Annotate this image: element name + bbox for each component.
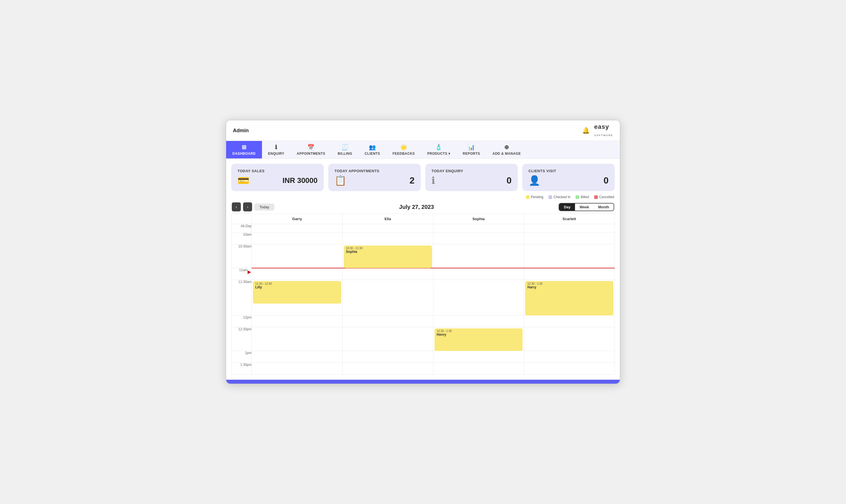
staff-garry-header: Garry [252, 214, 342, 224]
nav-products[interactable]: 🧴 PRODUCTS ▾ [421, 141, 457, 158]
slot-1pm-garry [252, 351, 342, 363]
allday-scarlett [524, 224, 615, 233]
appointment-sophia-name: Sophia [346, 250, 430, 254]
nav-enquiry[interactable]: ℹ ENQUIRY [262, 141, 291, 158]
time-12pm: 12pm [231, 316, 252, 327]
appointment-sophia-ella[interactable]: 10:30 - 11:30 Sophia [344, 246, 432, 268]
appointment-henry-name: Henry [437, 332, 521, 337]
today-sales-content: 💳 INR 30000 [237, 175, 318, 186]
week-view-button[interactable]: Week [575, 203, 594, 211]
row-1230pm: 12:30pm 12:30 - 1:30 Henry [231, 327, 615, 351]
calendar-controls: ‹ › Today July 27, 2023 Day Week Month [226, 200, 620, 214]
appointment-henry-time: 12:30 - 1:30 [437, 329, 521, 332]
row-1130am: 11:30am 11:30 - 12:30 Lilly 12:30 - 1:30… [231, 280, 615, 316]
cancelled-dot [594, 195, 598, 199]
view-buttons: Day Week Month [559, 203, 614, 211]
clients-visit-content: 👤 0 [528, 175, 609, 186]
wallet-icon: 💳 [237, 175, 249, 186]
appointments-icon: 📅 [307, 144, 315, 150]
slot-1030am-garry [252, 245, 342, 268]
slot-1230pm-garry [252, 327, 342, 351]
row-12pm: 12pm [231, 316, 615, 327]
slot-10am-scarlett [524, 233, 615, 245]
slot-12pm-scarlett [524, 316, 615, 327]
row-1030am: 10:30am 10:30 - 11:30 Sophia [231, 245, 615, 268]
appointment-henry-sophia[interactable]: 12:30 - 1:30 Henry [435, 328, 523, 351]
time-1130am: 11:30am [231, 280, 252, 316]
slot-11am-garry [252, 268, 342, 280]
app-title: Admin [233, 128, 249, 133]
slot-1030am-ella[interactable]: 10:30 - 11:30 Sophia [342, 245, 433, 268]
app-window: Admin 🔔 easySOFTWARE ⊞ DASHBOARD ℹ ENQUI… [226, 120, 620, 384]
notification-bell-icon[interactable]: 🔔 [582, 127, 590, 134]
prev-button[interactable]: ‹ [232, 202, 241, 211]
nav-reports[interactable]: 📊 REPORTS [457, 141, 487, 158]
slot-1230pm-ella [342, 327, 433, 351]
nav-dashboard[interactable]: ⊞ DASHBOARD [226, 141, 262, 158]
nav-appointments[interactable]: 📅 APPOINTMENTS [290, 141, 331, 158]
enquiry-icon: ℹ [275, 144, 278, 150]
slot-11am-ella [342, 268, 433, 280]
slot-1230pm-sophia[interactable]: 12:30 - 1:30 Henry [433, 327, 524, 351]
slot-12pm-sophia [433, 316, 524, 327]
enquiry-stat-icon: ℹ [431, 175, 435, 186]
time-10am: 10am [231, 233, 252, 245]
slot-12pm-ella [342, 316, 433, 327]
nav-feedbacks[interactable]: 🌟 FEEDBACKS [386, 141, 421, 158]
bottom-bar [226, 380, 620, 384]
slot-1130am-sophia [433, 280, 524, 316]
slot-1pm-sophia [433, 351, 524, 363]
row-130pm: 1:30pm [231, 363, 615, 375]
app-logo: easySOFTWARE [594, 123, 613, 138]
appointment-harry-name: Harry [527, 285, 611, 289]
stats-row: TODAY SALES 💳 INR 30000 TODAY APPOINTMEN… [226, 159, 620, 194]
title-bar: Admin 🔔 easySOFTWARE [226, 120, 620, 141]
slot-130pm-sophia [433, 363, 524, 375]
today-sales-title: TODAY SALES [237, 169, 318, 173]
appointment-lilly-garry[interactable]: 11:30 - 12:30 Lilly [253, 281, 341, 304]
today-enquiry-value: 0 [507, 175, 512, 186]
allday-ella [342, 224, 433, 233]
slot-10am-ella [342, 233, 433, 245]
slot-130pm-ella [342, 363, 433, 375]
legend-pending: Pending [526, 195, 543, 199]
nav-clients[interactable]: 👥 CLIENTS [358, 141, 386, 158]
legend-billed: Billed [576, 195, 589, 199]
today-appointments-value: 2 [409, 175, 415, 186]
time-1230pm: 12:30pm [231, 327, 252, 351]
slot-1030am-scarlett [524, 245, 615, 268]
calendar-table: Garry Ella Sophia Scarlett All-Day 10a [231, 214, 615, 375]
slot-1230pm-scarlett [524, 327, 615, 351]
today-appointments-title: TODAY APPOINTMENTS [334, 169, 415, 173]
title-bar-right: 🔔 easySOFTWARE [582, 123, 613, 138]
next-button[interactable]: › [243, 202, 252, 211]
slot-130pm-scarlett [524, 363, 615, 375]
today-enquiry-content: ℹ 0 [431, 175, 512, 186]
allday-time: All-Day [231, 224, 252, 233]
calendar-nav: ‹ › Today [232, 202, 275, 211]
allday-sophia [433, 224, 524, 233]
today-appointments-card: TODAY APPOINTMENTS 📋 2 [328, 164, 421, 191]
nav-add-manage[interactable]: ⊕ ADD & MANAGE [486, 141, 527, 158]
clients-visit-card: CLIENTS VISIT 👤 0 [522, 164, 615, 191]
slot-11am-sophia [433, 268, 524, 280]
appointment-lilly-name: Lilly [255, 285, 339, 289]
dashboard-icon: ⊞ [242, 144, 247, 150]
legend-cancelled: Cancelled [594, 195, 614, 199]
appointment-lilly-time: 11:30 - 12:30 [255, 282, 339, 285]
row-11am: ▶ 11am [231, 268, 615, 280]
day-view-button[interactable]: Day [559, 203, 575, 211]
today-button[interactable]: Today [254, 203, 275, 211]
billed-dot [576, 195, 579, 199]
slot-1130am-garry[interactable]: 11:30 - 12:30 Lilly [252, 280, 342, 316]
appointment-harry-time: 12:30 - 1:30 [527, 282, 611, 285]
clients-icon: 👥 [369, 144, 376, 150]
appointment-harry-scarlett[interactable]: 12:30 - 1:30 Harry [525, 281, 613, 316]
allday-garry [252, 224, 342, 233]
slot-12pm-garry [252, 316, 342, 327]
month-view-button[interactable]: Month [594, 203, 614, 211]
nav-billing[interactable]: 🧾 BILLING [332, 141, 359, 158]
staff-scarlett-header: Scarlett [524, 214, 615, 224]
checked-in-dot [548, 195, 552, 199]
slot-1130am-scarlett[interactable]: 12:30 - 1:30 Harry [524, 280, 615, 316]
